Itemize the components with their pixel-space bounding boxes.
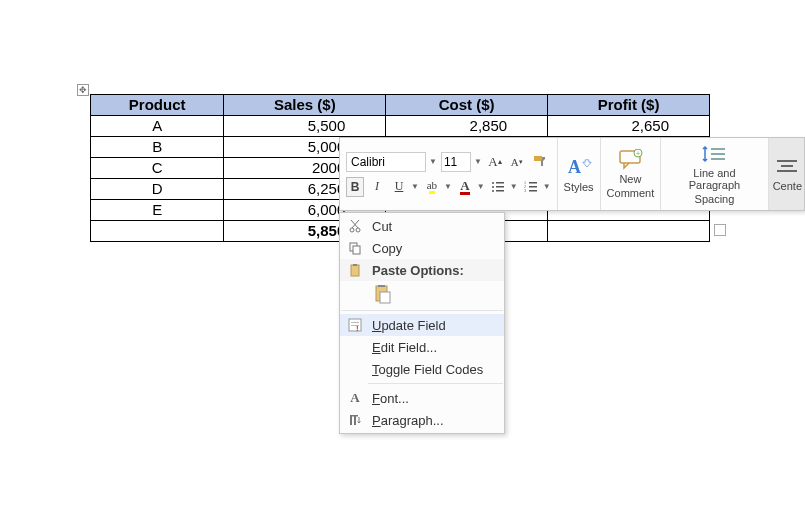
svg-point-22 [350,228,354,232]
paste-keep-source-button[interactable] [372,283,394,305]
svg-rect-30 [380,292,390,303]
svg-text:3: 3 [524,188,526,193]
svg-rect-20 [781,165,793,167]
underline-button[interactable]: U [390,177,408,197]
ctx-copy[interactable]: Copy [340,237,504,259]
svg-rect-18 [711,158,725,160]
lp-spacing-label-2: Spacing [695,193,735,205]
svg-rect-21 [777,170,797,172]
table-header-row: Product Sales ($) Cost ($) Profit ($) [91,95,710,116]
svg-rect-11 [529,190,537,192]
grow-font-button[interactable]: A▴ [486,152,504,172]
font-size-input[interactable] [441,152,471,172]
ctx-edit-field[interactable]: Edit Field... [340,336,504,358]
ctx-copy-label: Copy [372,241,402,256]
col-header-product: Product [91,95,224,116]
table-resize-handle[interactable] [714,224,726,236]
svg-rect-25 [353,246,360,254]
paste-icon [346,263,364,277]
ctx-update-field[interactable]: ! Update Field [340,314,504,336]
chevron-down-icon[interactable]: ▼ [429,157,437,166]
chevron-down-icon[interactable]: ▼ [474,157,482,166]
svg-rect-3 [496,186,504,188]
separator [341,310,503,311]
update-field-icon: ! [346,318,364,332]
col-header-sales: Sales ($) [224,95,386,116]
svg-rect-16 [711,148,725,150]
center-button[interactable]: Cente [769,138,804,210]
line-paragraph-spacing-button[interactable]: Line and Paragraph Spacing [661,138,768,210]
new-comment-button[interactable]: + New Comment [601,138,662,210]
cut-icon [346,219,364,233]
mini-toolbar: ▼ ▼ A▴ A▾ B I U▼ ab ▼ A ▼ ▼ 123 ▼ [339,137,805,211]
svg-rect-29 [378,285,385,287]
new-comment-label-1: New [619,173,641,185]
ctx-paragraph-label: Paragraph... [372,413,444,428]
bullets-button[interactable] [489,177,507,197]
col-header-cost: Cost ($) [386,95,548,116]
ctx-toggle-field-codes-label: Toggle Field Codes [372,362,483,377]
chevron-down-icon[interactable]: ▼ [444,182,452,191]
lp-spacing-label-1: Line and Paragraph [667,167,761,191]
cell-product[interactable] [91,221,224,242]
svg-rect-26 [351,265,359,276]
ctx-update-field-label: Update Field [372,318,446,333]
col-header-profit: Profit ($) [548,95,710,116]
copy-icon [346,241,364,255]
table-row: A 5,500 2,850 2,650 [91,116,710,137]
svg-point-2 [492,186,494,188]
ctx-font-label: Font... [372,391,409,406]
numbering-button[interactable]: 123 [522,177,540,197]
cell-cost[interactable]: 2,850 [386,116,548,137]
context-menu: Cut Copy Paste Options: ! Update Field E… [339,212,505,434]
ctx-toggle-field-codes[interactable]: Toggle Field Codes [340,358,504,380]
ctx-cut-label: Cut [372,219,392,234]
cell-sales[interactable]: 5,500 [224,116,386,137]
svg-text:A: A [568,157,581,177]
svg-rect-9 [529,186,537,188]
table-move-handle[interactable]: ✥ [77,84,89,96]
ctx-edit-field-label: Edit Field... [372,340,437,355]
chevron-down-icon[interactable]: ▼ [411,182,419,191]
svg-point-23 [356,228,360,232]
styles-label: Styles [564,181,594,193]
paragraph-icon [346,413,364,427]
cell-profit[interactable]: 2,650 [548,116,710,137]
ctx-cut[interactable]: Cut [340,215,504,237]
ctx-paste-options-header: Paste Options: [340,259,504,281]
svg-point-0 [492,182,494,184]
svg-rect-17 [711,153,725,155]
separator [368,383,503,384]
font-color-button[interactable]: A [456,177,474,197]
format-painter-button[interactable] [530,152,550,172]
font-icon: A [346,390,364,406]
cell-product[interactable]: E [91,200,224,221]
cell-product[interactable]: D [91,179,224,200]
shrink-font-button[interactable]: A▾ [508,152,526,172]
paste-options-row [340,281,504,307]
bold-button[interactable]: B [346,177,364,197]
highlight-button[interactable]: ab [423,177,441,197]
styles-button[interactable]: A Styles [558,138,601,210]
svg-point-4 [492,190,494,192]
svg-rect-1 [496,182,504,184]
svg-rect-37 [354,415,356,425]
svg-rect-5 [496,190,504,192]
ctx-paragraph[interactable]: Paragraph... [340,409,504,431]
cell-product[interactable]: A [91,116,224,137]
ctx-font[interactable]: A Font... [340,387,504,409]
chevron-down-icon[interactable]: ▼ [477,182,485,191]
svg-rect-32 [351,322,359,323]
svg-rect-7 [529,182,537,184]
ctx-paste-options-label: Paste Options: [372,263,464,278]
font-name-input[interactable] [346,152,426,172]
cell-product[interactable]: C [91,158,224,179]
cell-profit[interactable] [548,221,710,242]
svg-rect-27 [353,264,357,266]
chevron-down-icon[interactable]: ▼ [543,182,551,191]
new-comment-label-2: Comment [607,187,655,199]
svg-text:+: + [636,150,640,157]
chevron-down-icon[interactable]: ▼ [510,182,518,191]
cell-product[interactable]: B [91,137,224,158]
italic-button[interactable]: I [368,177,386,197]
